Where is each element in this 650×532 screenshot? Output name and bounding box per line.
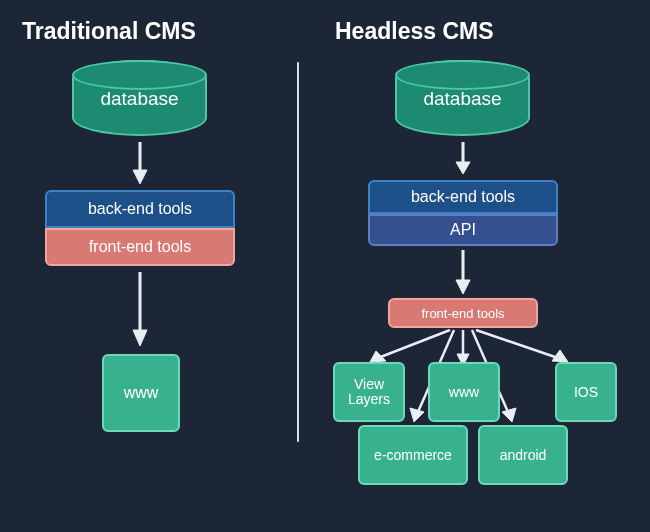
db-headless-label: database bbox=[397, 88, 528, 110]
output-view-layers: View Layers bbox=[333, 362, 405, 422]
svg-line-16 bbox=[476, 330, 558, 358]
svg-marker-5 bbox=[456, 162, 470, 174]
db-traditional: database bbox=[72, 60, 207, 136]
db-traditional-label: database bbox=[74, 88, 205, 110]
db-top-ellipse bbox=[395, 60, 530, 90]
svg-marker-3 bbox=[133, 330, 147, 346]
www-traditional: www bbox=[102, 354, 180, 432]
svg-marker-15 bbox=[502, 408, 516, 422]
db-headless: database bbox=[395, 60, 530, 136]
view-layers-l1: View bbox=[354, 377, 384, 392]
frontend-traditional: front-end tools bbox=[45, 228, 235, 266]
frontend-headless: front-end tools bbox=[388, 298, 538, 328]
arrow-down-icon bbox=[453, 248, 473, 296]
arrow-down-icon bbox=[130, 140, 150, 186]
svg-marker-11 bbox=[410, 408, 424, 422]
db-top-ellipse bbox=[72, 60, 207, 90]
title-headless: Headless CMS bbox=[335, 18, 494, 45]
output-ios: IOS bbox=[555, 362, 617, 422]
arrow-down-icon bbox=[453, 140, 473, 176]
backend-traditional: back-end tools bbox=[45, 190, 235, 228]
output-ecommerce: e-commerce bbox=[358, 425, 468, 485]
output-android: android bbox=[478, 425, 568, 485]
arrow-down-icon bbox=[130, 270, 150, 348]
svg-line-8 bbox=[378, 330, 450, 358]
svg-marker-7 bbox=[456, 280, 470, 294]
api-headless: API bbox=[368, 214, 558, 246]
divider-line bbox=[297, 62, 299, 442]
svg-marker-1 bbox=[133, 170, 147, 184]
title-traditional: Traditional CMS bbox=[22, 18, 196, 45]
output-www: www bbox=[428, 362, 500, 422]
backend-headless: back-end tools bbox=[368, 180, 558, 214]
view-layers-l2: Layers bbox=[348, 392, 390, 407]
